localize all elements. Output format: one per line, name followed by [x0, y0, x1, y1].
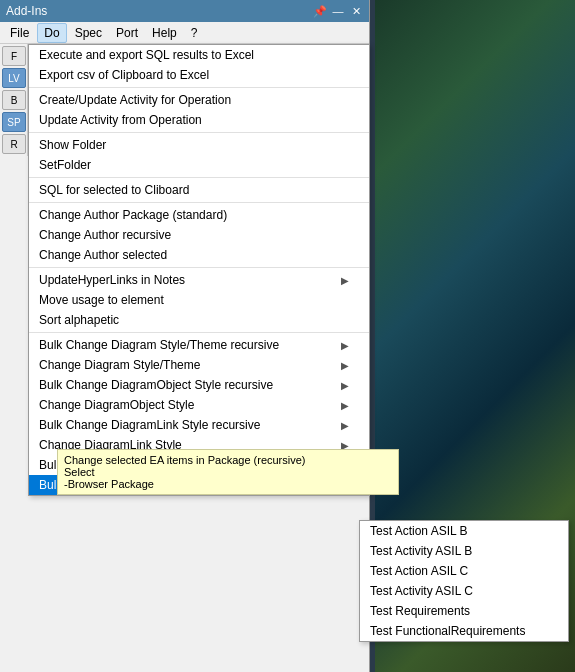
menu-show-folder[interactable]: Show Folder: [29, 135, 369, 155]
menu-update-activity[interactable]: Update Activity from Operation: [29, 110, 369, 130]
separator-6: [29, 332, 369, 333]
submenu-test-functional-requirements[interactable]: Test FunctionalRequirements: [360, 621, 568, 641]
tooltip-line-3: -Browser Package: [64, 478, 392, 490]
menu-question[interactable]: ?: [185, 24, 204, 42]
menu-export-csv[interactable]: Export csv of Clipboard to Excel: [29, 65, 369, 85]
menu-change-diagram-style[interactable]: Change Diagram Style/Theme ▶: [29, 355, 369, 375]
tooltip: Change selected EA items in Package (rec…: [57, 449, 399, 495]
sidebar-btn-r[interactable]: R: [2, 134, 26, 154]
submenu-test-activity-asil-c[interactable]: Test Activity ASIL C: [360, 581, 568, 601]
menu-execute-sql[interactable]: Execute and export SQL results to Excel: [29, 45, 369, 65]
menu-move-usage[interactable]: Move usage to element: [29, 290, 369, 310]
separator-3: [29, 177, 369, 178]
addins-panel: Add-Ins 📌 — ✕ File Do Spec Port Help ? F…: [0, 0, 370, 672]
menu-do[interactable]: Do: [37, 23, 66, 43]
separator-4: [29, 202, 369, 203]
menu-sort-alpha[interactable]: Sort alphapetic: [29, 310, 369, 330]
title-bar: Add-Ins 📌 — ✕: [0, 0, 369, 22]
menu-set-folder[interactable]: SetFolder: [29, 155, 369, 175]
sidebar-btn-f[interactable]: F: [2, 46, 26, 66]
arrow-diagramobj-style: ▶: [341, 400, 349, 411]
menu-bulk-diagram-style-recursive[interactable]: Bulk Change Diagram Style/Theme recursiv…: [29, 335, 369, 355]
menu-create-activity[interactable]: Create/Update Activity for Operation: [29, 90, 369, 110]
menu-bar: File Do Spec Port Help ?: [0, 22, 369, 44]
menu-sql-clipboard[interactable]: SQL for selected to Cliboard: [29, 180, 369, 200]
sidebar-btn-lv[interactable]: LV: [2, 68, 26, 88]
arrow-bulk-diagramobj: ▶: [341, 380, 349, 391]
menu-change-author-standard[interactable]: Change Author Package (standard): [29, 205, 369, 225]
submenu: Test Action ASIL B Test Activity ASIL B …: [359, 520, 569, 642]
submenu-test-requirements[interactable]: Test Requirements: [360, 601, 568, 621]
title-controls: 📌 — ✕: [313, 4, 363, 18]
sidebar-btn-sp[interactable]: SP: [2, 112, 26, 132]
separator-2: [29, 132, 369, 133]
arrow-bulk-diagramlink: ▶: [341, 420, 349, 431]
dropdown-menu: Execute and export SQL results to Excel …: [28, 44, 370, 496]
submenu-test-action-asil-c[interactable]: Test Action ASIL C: [360, 561, 568, 581]
close-button[interactable]: ✕: [349, 4, 363, 18]
menu-bulk-diagramlink-style[interactable]: Bulk Change DiagramLink Style recursive …: [29, 415, 369, 435]
pin-button[interactable]: 📌: [313, 4, 327, 18]
submenu-test-activity-asil-b[interactable]: Test Activity ASIL B: [360, 541, 568, 561]
tooltip-line-1: Change selected EA items in Package (rec…: [64, 454, 392, 466]
menu-port[interactable]: Port: [110, 24, 144, 42]
menu-file[interactable]: File: [4, 24, 35, 42]
menu-spec[interactable]: Spec: [69, 24, 108, 42]
tooltip-line-2: Select: [64, 466, 392, 478]
separator-1: [29, 87, 369, 88]
separator-5: [29, 267, 369, 268]
arrow-bulk-diagram: ▶: [341, 340, 349, 351]
panel-title: Add-Ins: [6, 4, 47, 18]
minimize-button[interactable]: —: [331, 4, 345, 18]
menu-update-hyperlinks[interactable]: UpdateHyperLinks in Notes ▶: [29, 270, 369, 290]
arrow-hyperlinks: ▶: [341, 275, 349, 286]
arrow-diagram-style: ▶: [341, 360, 349, 371]
menu-change-diagramobj-style[interactable]: Change DiagramObject Style ▶: [29, 395, 369, 415]
menu-change-author-recursive[interactable]: Change Author recursive: [29, 225, 369, 245]
menu-help[interactable]: Help: [146, 24, 183, 42]
menu-bulk-diagramobj-style[interactable]: Bulk Change DiagramObject Style recursiv…: [29, 375, 369, 395]
sidebar-btn-b[interactable]: B: [2, 90, 26, 110]
submenu-test-action-asil-b[interactable]: Test Action ASIL B: [360, 521, 568, 541]
left-sidebar: F LV B SP R: [0, 44, 28, 156]
menu-change-author-selected[interactable]: Change Author selected: [29, 245, 369, 265]
